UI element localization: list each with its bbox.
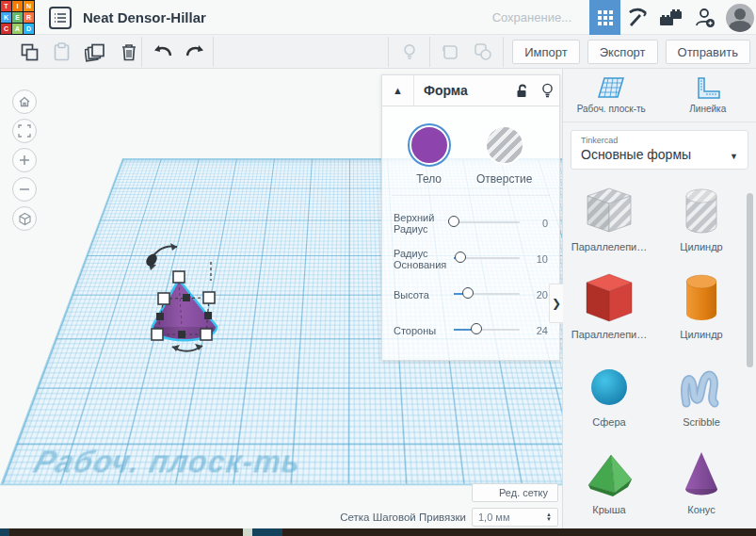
- collapse-inspector-icon[interactable]: ▲: [382, 75, 414, 106]
- inspector-title: Форма: [414, 83, 510, 98]
- shapes-sidebar: ❯ Рабоч. плоск-ть Линейка Tinkercad Осно…: [562, 69, 756, 528]
- blocks-view-button[interactable]: [589, 0, 620, 35]
- hole-pattern-circle[interactable]: [485, 125, 524, 165]
- slider-base-radius: Радиус Основания 10: [392, 241, 550, 277]
- list-icon: [54, 12, 67, 24]
- library-name: Основные формы: [581, 147, 738, 162]
- workplane-tool[interactable]: Рабоч. плоск-ть: [563, 69, 660, 122]
- sidebar-scrollbar[interactable]: [747, 193, 753, 367]
- perspective-toggle-button[interactable]: [12, 206, 37, 231]
- workplane-icon: [597, 76, 625, 101]
- library-brand: Tinkercad: [581, 136, 738, 145]
- slider-height: Высота 20: [392, 277, 550, 313]
- slider-value: 24: [537, 325, 548, 336]
- lego-brick-icon: [659, 8, 684, 28]
- inspector-header: ▲ Форма: [381, 74, 560, 106]
- undo-button[interactable]: [151, 40, 175, 64]
- slider-top-radius: Верхний Радиус 0: [392, 205, 550, 241]
- snap-grid-label: Сетка Шаговой Привязки: [340, 512, 466, 523]
- shape-item-roof[interactable]: Крыша: [563, 435, 655, 523]
- slider-track[interactable]: [454, 329, 520, 331]
- home-view-button[interactable]: [12, 89, 37, 114]
- screen-bottom-edge: [0, 528, 756, 536]
- ungroup-button[interactable]: [471, 40, 495, 64]
- io-buttons: Импорт Экспорт Отправить: [512, 40, 750, 64]
- shape-item-scribble[interactable]: Scribble: [655, 348, 748, 435]
- selected-cone-overlay[interactable]: [56, 170, 320, 480]
- tinkercad-logo[interactable]: TIN KER CAD: [0, 0, 35, 35]
- ruler-tool[interactable]: Линейка: [660, 69, 756, 122]
- duplicate-button[interactable]: [83, 40, 107, 64]
- shape-item-orange-cylinder[interactable]: Цилиндр: [655, 260, 748, 348]
- paste-button[interactable]: [49, 40, 73, 64]
- grid-icon: [597, 9, 614, 26]
- shape-item-hole-cylinder[interactable]: Цилиндр: [655, 172, 748, 260]
- slider-track[interactable]: [454, 221, 520, 223]
- inspector-body: Тело Отверстие Верхний Радиус 0 Радиус О…: [381, 106, 560, 361]
- bricks-export-button[interactable]: [654, 0, 688, 35]
- shape-library-dropdown[interactable]: Tinkercad Основные формы ▼: [571, 130, 748, 170]
- select-arrows-icon: ▲▼: [546, 512, 552, 522]
- hole-label: Отверстие: [476, 172, 532, 186]
- slider-sides: Стороны 24: [392, 313, 550, 349]
- copy-button[interactable]: [17, 40, 41, 64]
- minecraft-export-button[interactable]: [620, 0, 654, 35]
- shapes-grid: Параллелепи… Цилиндр Параллелепи…: [563, 169, 748, 523]
- show-hide-button[interactable]: [397, 40, 422, 64]
- zoom-out-button[interactable]: [12, 177, 37, 202]
- lock-icon[interactable]: [510, 84, 535, 98]
- slider-track[interactable]: [454, 257, 520, 259]
- grid-controls: Ред. сетку Сетка Шаговой Привязки 1,0 мм…: [340, 483, 558, 527]
- group-button[interactable]: [439, 40, 463, 64]
- add-person-icon: [694, 7, 716, 29]
- slider-value: 10: [537, 253, 548, 265]
- hole-swatch[interactable]: Отверстие: [476, 125, 532, 186]
- slider-knob[interactable]: [455, 252, 466, 263]
- user-avatar[interactable]: [726, 4, 754, 32]
- design-title[interactable]: Neat Densor-Hillar: [83, 9, 206, 25]
- tinkercad-app: Рабоч. плоск-ть: [0, 0, 756, 536]
- rotate-arrow-top[interactable]: [144, 243, 177, 270]
- zoom-in-button[interactable]: [12, 148, 37, 172]
- export-button[interactable]: Экспорт: [587, 40, 658, 64]
- shape-item-hole-box[interactable]: Параллелепи…: [563, 172, 655, 260]
- slider-track[interactable]: [454, 293, 520, 295]
- collapse-sidebar-tab[interactable]: ❯: [549, 284, 563, 323]
- edit-grid-button[interactable]: Ред. сетку: [472, 483, 558, 502]
- send-button[interactable]: Отправить: [666, 40, 750, 64]
- shape-item-cone[interactable]: Конус: [655, 435, 748, 523]
- fit-view-button[interactable]: [12, 119, 37, 143]
- view-nav-buttons: [12, 89, 37, 231]
- saving-status: Сохранение...: [492, 10, 571, 24]
- main-toolbar: Импорт Экспорт Отправить: [0, 35, 756, 69]
- app-header: TIN KER CAD Neat Densor-Hillar Сохранени…: [0, 0, 756, 35]
- slider-knob[interactable]: [448, 216, 459, 227]
- slider-knob[interactable]: [462, 287, 474, 299]
- solid-label: Тело: [416, 172, 442, 186]
- chevron-down-icon: ▼: [730, 152, 738, 161]
- snap-grid-select[interactable]: 1,0 мм ▲▼: [472, 508, 558, 527]
- ruler-icon: [695, 76, 721, 101]
- shape-item-sphere[interactable]: Сфера: [563, 348, 655, 435]
- solid-color-circle[interactable]: [410, 125, 449, 165]
- slider-value: 20: [537, 289, 548, 300]
- snap-grid-value: 1,0 мм: [478, 512, 509, 523]
- solid-swatch[interactable]: Тело: [410, 125, 449, 186]
- rotate-arrow-bottom[interactable]: [172, 344, 202, 351]
- import-button[interactable]: Импорт: [512, 40, 579, 64]
- delete-button[interactable]: [117, 40, 141, 64]
- slider-knob[interactable]: [471, 323, 482, 334]
- properties-menu-button[interactable]: [49, 7, 72, 29]
- share-invite-button[interactable]: [688, 0, 722, 35]
- shape-item-red-box[interactable]: Параллелепи…: [563, 260, 655, 348]
- lightbulb-icon[interactable]: [535, 83, 559, 99]
- slider-value: 0: [542, 218, 548, 229]
- pickaxe-icon: [626, 7, 649, 29]
- redo-button[interactable]: [183, 40, 207, 64]
- shape-inspector: ▲ Форма Тело Отверстие Верхний: [381, 74, 560, 361]
